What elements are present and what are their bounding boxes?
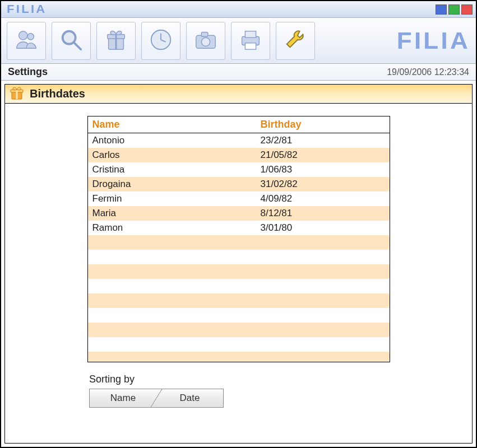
clock-button[interactable]	[141, 22, 180, 60]
table-row[interactable]: Fermin4/09/82	[88, 192, 390, 206]
table-row[interactable]: Cristina1/06/83	[88, 162, 390, 177]
titlebar: FILIA	[1, 1, 476, 18]
camera-icon	[193, 27, 219, 55]
sorting-label: Sorting by	[89, 374, 472, 385]
svg-rect-15	[245, 43, 256, 49]
svg-point-0	[19, 31, 27, 39]
table-row[interactable]: Antonio23/2/81	[88, 133, 390, 148]
table-row[interactable]: Maria8/12/81	[88, 206, 390, 221]
sort-by-date-button[interactable]: Date	[156, 389, 223, 407]
cell-name: Maria	[88, 208, 256, 219]
cell-name: Drogaina	[88, 179, 256, 190]
cell-name: Ramon	[88, 222, 256, 234]
clock-icon	[148, 27, 174, 55]
svg-rect-11	[201, 32, 208, 36]
cell-name: Cristina	[88, 164, 256, 175]
search-icon	[58, 27, 84, 55]
table-row[interactable]	[88, 293, 390, 308]
cell-birthday: 8/12/81	[256, 208, 390, 219]
page-title: Settings	[8, 66, 48, 78]
column-header-name[interactable]: Name	[88, 119, 256, 130]
maximize-button[interactable]	[448, 4, 460, 15]
people-button[interactable]	[7, 22, 46, 60]
table-row[interactable]	[88, 264, 390, 279]
titlebar-logo: FILIA	[7, 3, 47, 16]
window-controls	[436, 4, 473, 15]
table-row[interactable]: Ramon3/01/80	[88, 221, 390, 235]
wrench-icon	[283, 27, 308, 55]
sorting-controls: Sorting by Name Date	[89, 374, 472, 408]
main-toolbar: FILIA	[1, 18, 476, 64]
gift-box-icon	[103, 27, 129, 55]
cell-birthday: 23/2/81	[256, 135, 390, 146]
search-button[interactable]	[52, 22, 91, 60]
datetime-display: 19/09/2006 12:23:34	[387, 67, 469, 77]
content-area: Birthdates Name Birthday Antonio23/2/81C…	[1, 81, 476, 447]
svg-point-12	[201, 38, 210, 46]
cell-name: Fermin	[88, 193, 256, 204]
settings-button[interactable]	[276, 22, 315, 60]
brand-logo: FILIA	[400, 27, 470, 54]
table-row[interactable]	[88, 337, 390, 352]
minimize-button[interactable]	[436, 4, 447, 15]
printer-button[interactable]	[231, 22, 270, 60]
svg-line-3	[74, 42, 81, 49]
table-row[interactable]	[88, 279, 390, 293]
table-header: Name Birthday	[88, 116, 390, 133]
svg-point-1	[27, 33, 34, 40]
gift-button[interactable]	[96, 22, 136, 60]
brand-text: FILIA	[397, 27, 470, 54]
birthdates-panel: Birthdates Name Birthday Antonio23/2/81C…	[4, 84, 473, 444]
table-row[interactable]: Drogaina31/02/82	[88, 177, 390, 192]
table-row[interactable]	[88, 235, 390, 250]
cell-birthday: 31/02/82	[256, 179, 390, 190]
table-row[interactable]	[88, 352, 390, 362]
camera-button[interactable]	[186, 22, 225, 60]
sort-by-name-button[interactable]: Name	[90, 389, 156, 407]
app-window: FILIA	[0, 0, 477, 448]
cell-name: Antonio	[88, 135, 256, 146]
subnav-bar: Settings 19/09/2006 12:23:34	[1, 64, 476, 81]
close-button[interactable]	[461, 4, 473, 15]
people-icon	[13, 27, 39, 55]
cell-birthday: 3/01/80	[256, 222, 390, 234]
table-row[interactable]: Carlos21/05/82	[88, 148, 390, 162]
printer-icon	[238, 27, 263, 55]
cell-birthday: 4/09/82	[256, 193, 390, 204]
cell-birthday: 1/06/83	[256, 164, 390, 175]
cell-name: Carlos	[88, 150, 256, 161]
sort-button-group: Name Date	[89, 389, 224, 408]
table-row[interactable]	[88, 308, 390, 323]
table-row[interactable]	[88, 323, 390, 337]
svg-rect-14	[245, 31, 256, 37]
present-icon	[10, 86, 24, 102]
table-body: Antonio23/2/81Carlos21/05/82Cristina1/06…	[88, 133, 390, 362]
panel-header: Birthdates	[5, 85, 472, 104]
column-header-birthday[interactable]: Birthday	[256, 119, 390, 130]
birthdates-table: Name Birthday Antonio23/2/81Carlos21/05/…	[87, 116, 390, 362]
panel-title: Birthdates	[30, 87, 85, 100]
table-row[interactable]	[88, 250, 390, 264]
cell-birthday: 21/05/82	[256, 150, 390, 161]
